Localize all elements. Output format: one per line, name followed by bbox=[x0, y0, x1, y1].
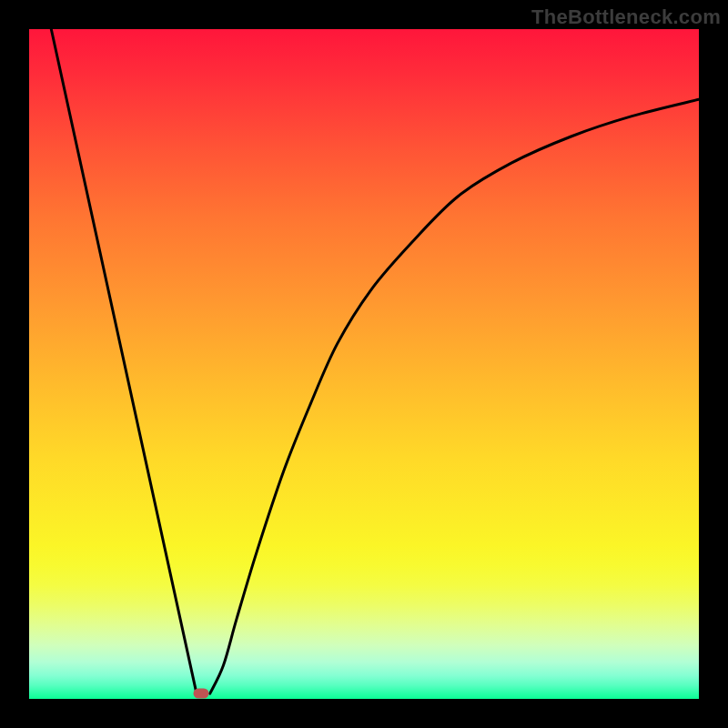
bottleneck-curve bbox=[29, 29, 699, 699]
chart-frame: TheBottleneck.com bbox=[0, 0, 728, 728]
y-axis-blank bbox=[0, 29, 29, 699]
watermark-text: TheBottleneck.com bbox=[531, 5, 721, 29]
minimum-marker bbox=[194, 689, 209, 699]
plot-area bbox=[29, 29, 699, 699]
x-axis-blank bbox=[29, 699, 699, 728]
